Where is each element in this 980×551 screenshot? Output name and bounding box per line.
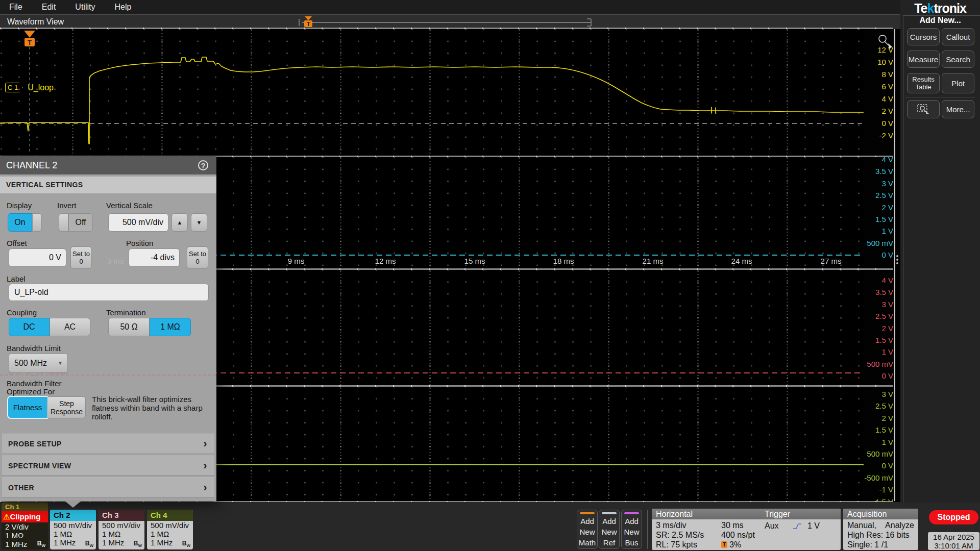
invert-toggle-track[interactable] xyxy=(59,213,68,232)
scale-label: 0 V xyxy=(861,117,893,130)
bandwidth-limit-dropdown[interactable]: 500 MHz ▼ xyxy=(9,354,68,372)
oscilloscope-app: File Edit Utility Help Waveform View 12 … xyxy=(0,0,980,551)
display-toggle-track[interactable] xyxy=(32,213,42,232)
invert-label: Invert xyxy=(57,201,77,210)
ch4-termination: 1 MΩ xyxy=(147,530,193,538)
termination-50ohm-button[interactable]: 50 Ω xyxy=(108,318,150,336)
termination-1mohm-button[interactable]: 1 MΩ xyxy=(150,318,191,336)
ch1-scale: 2 V/div xyxy=(2,522,48,531)
acquisition-single-count: Single: 1 /1 xyxy=(843,540,918,549)
scale-up-button[interactable]: ▲ xyxy=(172,213,188,232)
math-color-stripe xyxy=(580,512,595,514)
label-field-label: Label xyxy=(7,274,26,283)
filter-flatness-button[interactable]: Flatness xyxy=(8,396,47,418)
tektronix-logo: Tektronix xyxy=(900,1,980,16)
chevron-right-icon: › xyxy=(203,437,207,450)
other-accordion[interactable]: OTHER › xyxy=(2,478,214,498)
zoom-select-icon xyxy=(917,104,930,115)
scale-down-button[interactable]: ▼ xyxy=(191,213,207,232)
probe-setup-accordion[interactable]: PROBE SETUP › xyxy=(2,434,214,454)
scale-label: 1.5 V xyxy=(861,424,893,436)
add-new-ref-button[interactable]: Add New Ref xyxy=(599,510,620,549)
scale-label: 4 V xyxy=(861,274,893,286)
offset-set-to-zero-button[interactable]: Set to 0 xyxy=(70,246,92,269)
add-bus-line2: New xyxy=(622,527,642,537)
bandwidth-filter-label-2: Optimized For xyxy=(7,387,55,396)
add-ref-line1: Add xyxy=(599,516,619,527)
menu-help[interactable]: Help xyxy=(114,3,131,12)
time-label: 15 ms xyxy=(457,257,493,265)
menu-utility[interactable]: Utility xyxy=(75,3,95,12)
acquisition-resolution: High Res: 16 bits xyxy=(843,530,918,540)
filter-step-line2: Response xyxy=(51,408,83,416)
callout-button[interactable]: Callout xyxy=(942,28,974,45)
dialog-title[interactable]: CHANNEL 2 xyxy=(0,156,216,174)
spectrum-view-accordion[interactable]: SPECTRUM VIEW › xyxy=(2,456,214,476)
time-label: 21 ms xyxy=(635,257,671,265)
ch3-badge[interactable]: Ch 3 500 mV/div 1 MΩ 1 MHz BW xyxy=(99,510,144,549)
ch1-tag-badge: C 1 xyxy=(5,83,22,92)
trigger-position-percent: 3% xyxy=(729,540,741,549)
search-button[interactable]: Search xyxy=(942,51,974,68)
label-input[interactable]: U_LP-old xyxy=(9,284,209,301)
results-table-button[interactable]: Results Table xyxy=(907,73,940,93)
date-value: 16 Apr 2025 xyxy=(928,533,979,541)
display-on-toggle[interactable]: On xyxy=(8,213,32,232)
add-math-line3: Math xyxy=(577,537,597,548)
coupling-dc-button[interactable]: DC xyxy=(9,318,50,336)
ch1-badge[interactable]: Ch 1 ⚠Clipping 2 V/div 1 MΩ 1 MHz BW xyxy=(2,503,48,549)
invert-off-toggle[interactable]: Off xyxy=(68,213,93,232)
display-label: Display xyxy=(7,201,32,210)
trigger-source: Aux xyxy=(765,521,779,530)
scale-scrollbar[interactable] xyxy=(894,29,895,501)
scale-label: 0 V xyxy=(861,249,893,261)
ref-color-stripe xyxy=(602,512,617,514)
ch2-badge[interactable]: Ch 2 500 mV/div 1 MΩ 1 MHz BW xyxy=(50,510,96,549)
filter-step-response-button[interactable]: Step Response xyxy=(47,396,86,418)
add-new-bus-button[interactable]: Add New Bus xyxy=(621,510,642,549)
help-icon[interactable]: ? xyxy=(198,160,208,170)
scale-label: 3 V xyxy=(861,388,893,400)
ghost-time-label: 3 ms xyxy=(107,257,124,265)
ch1-badge-header: Ch 1 xyxy=(2,503,48,511)
measure-button[interactable]: Measure xyxy=(907,51,940,68)
ch1-clipping-warning: ⚠Clipping xyxy=(2,511,48,522)
ch4-bw-limit-icon: BW xyxy=(182,540,190,548)
position-input[interactable]: -4 divs xyxy=(129,248,180,267)
ch4-badge[interactable]: Ch 4 500 mV/div 1 MΩ 1 MHz BW xyxy=(147,510,193,549)
ch3-termination: 1 MΩ xyxy=(99,530,144,538)
channel2-dialog: 3 ms C 3 U_LP-down C 4 U_LP-up CHANNEL 2… xyxy=(0,156,216,501)
trigger-panel[interactable]: Trigger Aux 1 V xyxy=(761,509,841,550)
ch2-scale: 500 mV/div xyxy=(50,521,96,530)
scale-label: 2.5 V xyxy=(861,400,893,412)
offset-input[interactable]: 0 V xyxy=(9,248,66,267)
stopped-status-button[interactable]: Stopped xyxy=(929,510,978,524)
position-set-to-zero-button[interactable]: Set to 0 xyxy=(187,246,208,269)
zoom-select-button[interactable] xyxy=(907,100,940,118)
graticule-ch1[interactable] xyxy=(0,29,864,156)
menu-file[interactable]: File xyxy=(9,3,22,12)
scale-label: 3.5 V xyxy=(861,286,893,298)
menu-edit[interactable]: Edit xyxy=(42,3,56,12)
datetime-display: 16 Apr 2025 3:10:01 AM xyxy=(928,532,979,550)
scale-label: 10 V xyxy=(861,56,893,68)
coupling-ac-button[interactable]: AC xyxy=(50,318,90,336)
acquisition-panel[interactable]: Acquisition Manual, Analyze High Res: 16… xyxy=(843,509,918,550)
vertical-scale-input[interactable]: 500 mV/div xyxy=(108,213,168,232)
bottom-bar: Ch 1 ⚠Clipping 2 V/div 1 MΩ 1 MHz BW Ch … xyxy=(0,502,980,551)
coupling-label: Coupling xyxy=(7,308,37,317)
ch2-badge-header: Ch 2 xyxy=(50,510,96,521)
scale-label: -2 V xyxy=(861,130,893,142)
cursors-button[interactable]: Cursors xyxy=(907,28,940,45)
add-bus-line1: Add xyxy=(622,516,642,527)
ch3-bw-limit-icon: BW xyxy=(134,540,142,548)
scale-label: 8 V xyxy=(861,68,893,81)
more-button[interactable]: More... xyxy=(942,100,974,118)
add-new-math-button[interactable]: Add New Math xyxy=(577,510,598,549)
dialog-pointer xyxy=(64,500,82,508)
offset-label: Offset xyxy=(7,239,27,247)
ch1-waveform-tag[interactable]: C 1 U_loop xyxy=(5,83,54,92)
filter-step-line1: Step xyxy=(59,399,74,408)
plot-button[interactable]: Plot xyxy=(942,73,974,93)
bandwidth-filter-label-1: Bandwidth Filter xyxy=(7,379,62,388)
